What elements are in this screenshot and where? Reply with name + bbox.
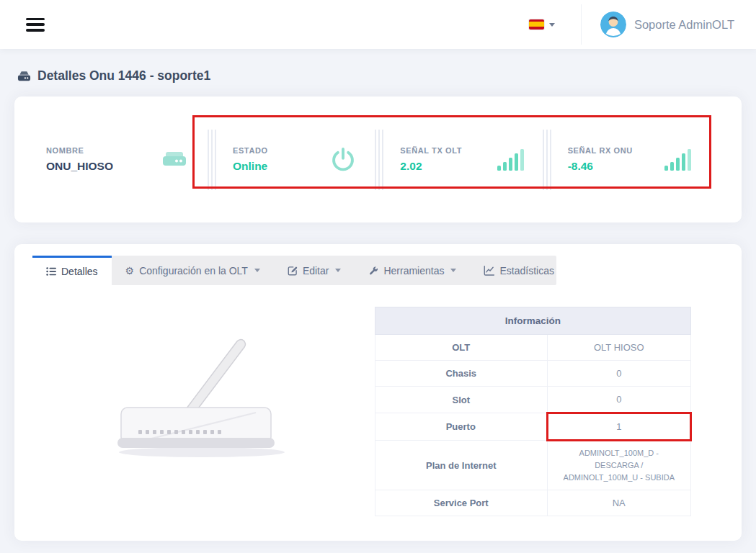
stat-label: SEÑAL RX ONU [568,146,633,155]
row-value: ADMINOLT_100M_D - DESCARGA / ADMINOLT_10… [547,441,690,490]
signal-bars-icon [664,148,691,171]
stat-value: -8.46 [568,160,633,173]
signal-bars-icon [497,148,524,171]
stat-nombre: NOMBRE ONU_HIOSO [46,146,208,173]
row-label: Slot [375,387,548,413]
divider [375,130,384,190]
tab-configuracion-olt[interactable]: ⚙ Configuración en la OLT [112,256,274,285]
spain-flag-icon [529,19,544,30]
page-title: Detalles Onu 1446 - soporte1 [37,68,210,84]
information-table: Información OLT OLT HIOSO Chasis 0 [375,307,692,516]
stat-value: ONU_HIOSO [46,160,113,173]
table-row: Puerto 1 [375,413,691,441]
language-selector[interactable] [522,15,562,34]
page-heading: Detalles Onu 1446 - soporte1 [17,68,739,84]
stat-label: SEÑAL TX OLT [400,146,462,155]
chart-icon [484,266,494,276]
caret-down-icon [335,269,341,272]
stat-senal-rx: SEÑAL RX ONU -8.46 [552,146,710,173]
table-row: Slot 0 [375,387,691,413]
caret-down-icon [549,23,555,27]
table-header: Información [375,307,691,335]
tab-label: Editar [303,265,329,276]
edit-icon [288,266,298,276]
row-label: Chasis [375,361,548,387]
tab-editar[interactable]: Editar [274,256,355,285]
divider [208,130,217,190]
caret-down-icon [254,269,260,272]
onu-details-page: Soporte AdminOLT Detalles Onu 1446 - sop… [0,0,756,553]
user-menu[interactable]: Soporte AdminOLT [581,4,737,45]
user-name: Soporte AdminOLT [634,18,734,32]
row-value: NA [547,490,690,516]
router-icon [160,148,189,171]
stat-value: Online [233,160,268,173]
table-row: Plan de Internet ADMINOLT_100M_D - DESCA… [375,441,691,490]
row-value: 0 [547,361,690,387]
stat-value: 2.02 [400,160,462,173]
hamburger-menu-icon[interactable] [26,18,45,32]
tab-detalles[interactable]: Detalles [32,256,112,285]
onu-details-card: Detalles ⚙ Configuración en la OLT Edita… [14,244,742,541]
avatar [600,12,626,37]
stat-label: ESTADO [233,146,268,155]
table-header-row: Información [375,307,691,335]
row-value: 0 [547,387,690,413]
tab-label: Configuración en la OLT [139,265,248,276]
tab-herramientas[interactable]: Herramientas [355,256,470,285]
list-icon [46,266,56,276]
tab-label: Detalles [61,266,98,277]
table-row: OLT OLT HIOSO [375,335,691,361]
tab-label: Herramientas [383,265,444,276]
top-navbar: Soporte AdminOLT [0,0,756,49]
details-content: Información OLT OLT HIOSO Chasis 0 [14,285,742,523]
divider [543,130,552,190]
row-value-highlighted: 1 [547,413,690,441]
power-icon [330,147,356,173]
stat-estado: ESTADO Online [217,146,375,173]
tab-label: Estadísticas [499,265,553,276]
table-row: Service Port NA [375,490,691,516]
caret-down-icon [450,269,456,272]
row-label: Service Port [375,490,548,516]
tab-bar: Detalles ⚙ Configuración en la OLT Edita… [32,256,556,285]
device-icon [17,71,31,82]
wrench-icon [368,266,378,276]
gear-icon: ⚙ [125,266,135,276]
row-label: OLT [375,335,548,361]
row-label: Plan de Internet [375,441,548,490]
row-label: Puerto [375,413,548,441]
row-value: OLT HIOSO [547,335,690,361]
tab-estadisticas[interactable]: Estadísticas [470,256,567,285]
onu-summary-card: NOMBRE ONU_HIOSO ESTADO Online [14,96,742,222]
table-row: Chasis 0 [375,361,691,387]
stat-label: NOMBRE [46,146,113,155]
stat-senal-tx: SEÑAL TX OLT 2.02 [384,146,542,173]
router-image [36,304,375,516]
